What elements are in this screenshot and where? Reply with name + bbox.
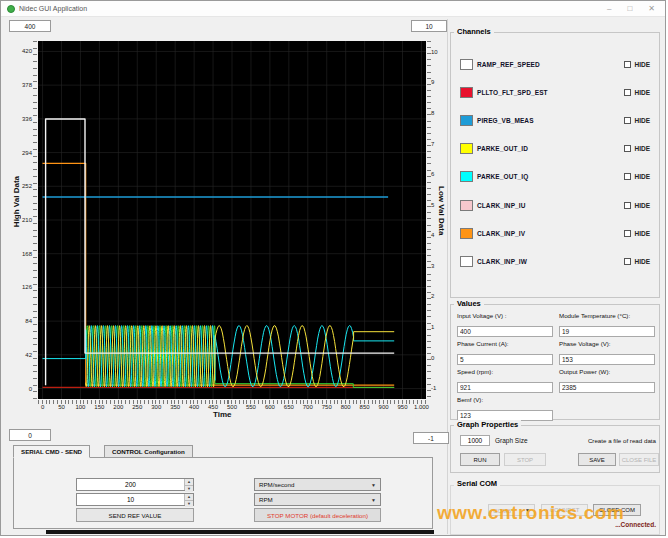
tab-serial-cmd-send[interactable]: SERIAL CMD - SEND bbox=[13, 445, 90, 458]
y-left-max-input[interactable] bbox=[9, 20, 51, 32]
save-button[interactable]: SAVE bbox=[578, 453, 616, 466]
y-left-tick-label: 252 bbox=[7, 183, 32, 190]
tab-control-configuration[interactable]: CONTROL Configuration bbox=[104, 445, 193, 458]
y-left-axis-ticks bbox=[33, 41, 37, 399]
close-file-button[interactable]: CLOSE FILE bbox=[619, 453, 659, 466]
hide-checkbox[interactable] bbox=[624, 89, 631, 96]
y-right-tick-label: -1 bbox=[431, 385, 445, 392]
values-group-title: Values bbox=[454, 299, 484, 308]
serial-com-title: Serial COM bbox=[454, 479, 500, 488]
y-right-tick-label: 4 bbox=[431, 232, 445, 239]
spinner-up-icon[interactable]: ▲ bbox=[185, 479, 193, 486]
y-left-tick-label: 42 bbox=[7, 352, 32, 359]
value-field: Speed (rpm): bbox=[457, 368, 553, 394]
stop-button[interactable]: STOP bbox=[504, 453, 546, 466]
channels-group-title: Channels bbox=[454, 27, 494, 36]
ramp-value-spinner[interactable]: ▲ ▼ bbox=[76, 493, 194, 506]
channel-row: PARKE_OUT_IDHIDE bbox=[454, 135, 656, 163]
ref-value-spinner[interactable]: ▲ ▼ bbox=[76, 478, 194, 491]
channel-color-swatch bbox=[460, 115, 473, 126]
ref-unit-select[interactable]: RPM ▼ bbox=[254, 493, 381, 506]
value-field: Input Voltage (V) : bbox=[457, 312, 553, 338]
y-right-tick-label: 8 bbox=[431, 110, 445, 117]
connect-button[interactable]: CONNECT bbox=[541, 504, 588, 516]
y-right-tick-label: 10 bbox=[431, 49, 445, 56]
panel-splitter[interactable] bbox=[447, 19, 448, 534]
graph-size-input[interactable] bbox=[460, 435, 490, 446]
hide-label: HIDE bbox=[634, 89, 650, 96]
value-field-label: Module Temperature (°C): bbox=[559, 312, 655, 319]
value-field-label: Output Power (W): bbox=[559, 368, 655, 375]
channel-label: PIREG_VB_MEAS bbox=[477, 117, 534, 124]
channel-label: CLARK_INP_IW bbox=[477, 258, 527, 265]
x-axis-ticks bbox=[38, 400, 426, 404]
channel-row: CLARK_INP_IUHIDE bbox=[454, 191, 656, 219]
value-field-label: Speed (rpm): bbox=[457, 368, 553, 375]
ramp-value-input[interactable] bbox=[77, 494, 184, 505]
hide-label: HIDE bbox=[634, 61, 650, 68]
channel-color-swatch bbox=[460, 143, 473, 154]
spinner-down-icon[interactable]: ▼ bbox=[185, 501, 193, 507]
value-field-input[interactable] bbox=[559, 382, 655, 393]
send-ref-value-button[interactable]: SEND REF VALUE bbox=[76, 508, 194, 522]
title-bar: Nidec GUI Application – □ ✕ bbox=[1, 1, 665, 17]
hide-checkbox[interactable] bbox=[624, 117, 631, 124]
value-field-input[interactable] bbox=[457, 326, 553, 337]
connection-status: ...Connected. bbox=[556, 521, 656, 528]
y-right-tick-label: 0 bbox=[431, 355, 445, 362]
hide-checkbox[interactable] bbox=[624, 202, 631, 209]
run-button[interactable]: RUN bbox=[460, 453, 500, 466]
chevron-down-icon: ▼ bbox=[525, 507, 530, 513]
value-field: Phase Current (A): bbox=[457, 340, 553, 366]
close-icon[interactable]: ✕ bbox=[648, 1, 655, 17]
minimize-icon[interactable]: – bbox=[607, 1, 611, 17]
y-left-tick-label: 168 bbox=[7, 251, 32, 258]
maximize-icon[interactable]: □ bbox=[627, 1, 632, 17]
com-port-select[interactable]: COM8 ▼ bbox=[488, 504, 535, 516]
y-right-axis-title: Low Val Data bbox=[437, 186, 446, 235]
hide-checkbox[interactable] bbox=[624, 145, 631, 152]
hide-checkbox[interactable] bbox=[624, 61, 631, 68]
graph-properties-title: Graph Properties bbox=[454, 420, 521, 429]
hide-checkbox[interactable] bbox=[624, 173, 631, 180]
close-com-button[interactable]: CLOSE COM bbox=[593, 504, 641, 516]
ramp-unit-select[interactable]: RPM/second ▼ bbox=[254, 478, 381, 491]
value-field-label: Phase Current (A): bbox=[457, 340, 553, 347]
y-right-tick-label: 3 bbox=[431, 263, 445, 270]
ref-value-input[interactable] bbox=[77, 479, 184, 490]
spinner-up-icon[interactable]: ▲ bbox=[185, 494, 193, 501]
y-right-tick-label: 9 bbox=[431, 79, 445, 86]
value-field-input[interactable] bbox=[559, 326, 655, 337]
value-field: Output Power (W): bbox=[559, 368, 655, 394]
channel-color-swatch bbox=[460, 171, 473, 182]
value-field-input[interactable] bbox=[457, 382, 553, 393]
y-left-tick-label: 294 bbox=[7, 150, 32, 157]
hide-checkbox[interactable] bbox=[624, 230, 631, 237]
channel-color-swatch bbox=[460, 256, 473, 267]
y-right-max-input[interactable] bbox=[411, 20, 447, 32]
channel-color-swatch bbox=[460, 200, 473, 211]
channel-label: PLLTO_FLT_SPD_EST bbox=[477, 89, 548, 96]
y-right-min-input[interactable] bbox=[413, 432, 449, 444]
graph-size-label: Graph Size bbox=[495, 437, 528, 444]
hide-label: HIDE bbox=[634, 117, 650, 124]
channel-row: RAMP_REF_SPEEDHIDE bbox=[454, 50, 656, 78]
value-field-input[interactable] bbox=[457, 354, 553, 365]
channel-label: PARKE_OUT_IQ bbox=[477, 173, 528, 180]
hide-checkbox[interactable] bbox=[624, 258, 631, 265]
bottom-scrollbar[interactable] bbox=[46, 530, 434, 534]
y-left-min-input[interactable] bbox=[9, 429, 51, 441]
y-left-tick-label: 210 bbox=[7, 217, 32, 224]
value-field-input[interactable] bbox=[559, 354, 655, 365]
hide-label: HIDE bbox=[634, 202, 650, 209]
y-left-tick-label: 126 bbox=[7, 284, 32, 291]
spinner-down-icon[interactable]: ▼ bbox=[185, 486, 193, 492]
hide-label: HIDE bbox=[634, 173, 650, 180]
y-left-tick-label: 420 bbox=[7, 48, 32, 55]
channel-label: CLARK_INP_IV bbox=[477, 230, 525, 237]
stop-motor-button[interactable]: STOP MOTOR (default deceleration) bbox=[254, 508, 381, 522]
value-field: Module Temperature (°C): bbox=[559, 312, 655, 338]
y-right-axis-ticks bbox=[427, 41, 431, 399]
channel-row: CLARK_INP_IWHIDE bbox=[454, 247, 656, 275]
y-left-tick-label: 378 bbox=[7, 82, 32, 89]
